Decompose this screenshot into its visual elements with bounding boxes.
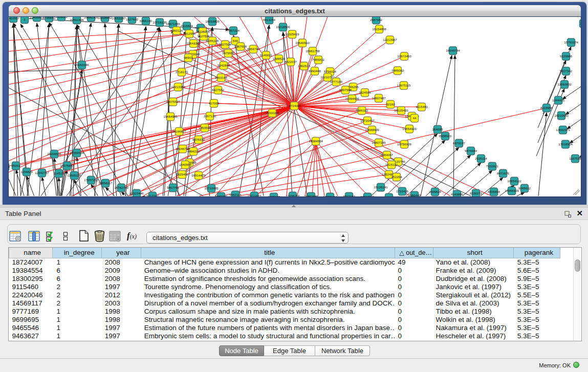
svg-text:16782759: 16782759 xyxy=(114,186,128,189)
svg-text:8186328: 8186328 xyxy=(206,39,219,42)
svg-text:2367608: 2367608 xyxy=(234,45,247,48)
svg-text:25300205: 25300205 xyxy=(265,111,279,115)
svg-text:19166827: 19166827 xyxy=(172,129,186,133)
svg-text:1733426: 1733426 xyxy=(396,189,409,193)
svg-text:2887682: 2887682 xyxy=(370,18,383,21)
svg-text:20813640: 20813640 xyxy=(360,195,375,196)
svg-text:4439167: 4439167 xyxy=(268,195,280,196)
svg-text:4498222: 4498222 xyxy=(187,149,200,153)
svg-text:18640910: 18640910 xyxy=(295,41,310,45)
svg-text:10075527: 10075527 xyxy=(166,100,180,103)
svg-text:7515524: 7515524 xyxy=(181,24,193,28)
svg-text:164095: 164095 xyxy=(432,127,443,131)
svg-text:19218506: 19218506 xyxy=(276,25,290,29)
svg-text:10807487: 10807487 xyxy=(372,96,386,100)
svg-text:6679197: 6679197 xyxy=(453,141,466,145)
svg-text:7625402: 7625402 xyxy=(176,172,189,176)
svg-text:11325419: 11325419 xyxy=(285,32,299,36)
svg-text:13975115: 13975115 xyxy=(397,83,411,87)
svg-text:19654923: 19654923 xyxy=(402,127,417,130)
svg-text:7485063: 7485063 xyxy=(391,69,404,72)
svg-text:15751074: 15751074 xyxy=(564,40,578,44)
svg-text:2803144: 2803144 xyxy=(215,76,228,79)
svg-text:16914479: 16914479 xyxy=(191,173,206,177)
svg-text:12213967: 12213967 xyxy=(383,38,397,41)
svg-text:1839221: 1839221 xyxy=(55,17,68,18)
svg-text:18724007: 18724007 xyxy=(287,104,301,107)
svg-text:16210643: 16210643 xyxy=(554,114,569,117)
svg-text:16154808: 16154808 xyxy=(372,27,386,31)
svg-text:23706266: 23706266 xyxy=(286,194,300,196)
svg-text:16971355: 16971355 xyxy=(166,22,180,26)
svg-text:2718170: 2718170 xyxy=(176,70,188,74)
svg-text:1999828: 1999828 xyxy=(429,190,442,193)
svg-text:16033809: 16033809 xyxy=(205,19,220,23)
svg-text:15136141: 15136141 xyxy=(374,185,388,189)
svg-text:7986322: 7986322 xyxy=(356,108,368,112)
svg-text:8813054: 8813054 xyxy=(263,18,276,21)
svg-text:35061: 35061 xyxy=(11,164,20,167)
svg-text:9245612: 9245612 xyxy=(518,186,531,190)
svg-text:10228452: 10228452 xyxy=(98,17,112,19)
svg-text:7632621: 7632621 xyxy=(486,164,499,168)
svg-text:19654985: 19654985 xyxy=(163,115,178,118)
svg-text:1403557: 1403557 xyxy=(9,17,20,20)
svg-text:20364436: 20364436 xyxy=(345,97,359,100)
svg-text:2: 2 xyxy=(24,17,26,21)
svg-text:8215958: 8215958 xyxy=(540,106,553,110)
svg-text:62160: 62160 xyxy=(386,102,395,106)
svg-text:44: 44 xyxy=(413,116,417,120)
svg-text:1353594: 1353594 xyxy=(199,126,211,129)
svg-text:1112: 1112 xyxy=(580,21,581,25)
svg-text:417006: 417006 xyxy=(209,101,220,105)
svg-text:12213383: 12213383 xyxy=(171,85,185,89)
svg-text:8990448: 8990448 xyxy=(309,69,321,73)
svg-text:39154: 39154 xyxy=(9,165,10,168)
svg-text:8960124: 8960124 xyxy=(170,29,183,32)
svg-text:9217207: 9217207 xyxy=(146,194,159,196)
svg-text:25852685: 25852685 xyxy=(304,194,318,196)
svg-text:8678332: 8678332 xyxy=(192,138,205,141)
svg-text:9327508: 9327508 xyxy=(219,42,232,46)
svg-text:5682115: 5682115 xyxy=(229,193,242,196)
svg-text:1640994: 1640994 xyxy=(179,163,192,166)
svg-text:19384554: 19384554 xyxy=(309,139,323,143)
svg-text:19299464: 19299464 xyxy=(323,195,337,196)
svg-text:8427552: 8427552 xyxy=(212,88,225,92)
svg-text:2935114: 2935114 xyxy=(475,157,487,160)
svg-text:7955812: 7955812 xyxy=(312,58,325,61)
svg-text:16648784: 16648784 xyxy=(446,49,460,52)
svg-text:8938923: 8938923 xyxy=(439,134,452,138)
svg-text:8336273: 8336273 xyxy=(470,191,483,195)
svg-text:25711873: 25711873 xyxy=(247,194,262,196)
svg-text:8912954: 8912954 xyxy=(183,32,196,35)
svg-text:19756928: 19756928 xyxy=(397,142,411,146)
svg-text:1156829: 1156829 xyxy=(20,170,33,173)
svg-text:2066449: 2066449 xyxy=(408,193,421,196)
svg-text:17957253: 17957253 xyxy=(84,178,98,182)
svg-text:16961758: 16961758 xyxy=(306,49,320,53)
svg-text:3624554: 3624554 xyxy=(359,91,372,94)
svg-text:98901: 98901 xyxy=(184,56,193,59)
svg-text:4143890: 4143890 xyxy=(451,192,464,196)
svg-text:3675685: 3675685 xyxy=(222,51,235,55)
svg-text:10653287: 10653287 xyxy=(112,17,126,20)
svg-text:15157347: 15157347 xyxy=(382,195,396,196)
svg-text:9227342: 9227342 xyxy=(560,69,573,73)
svg-text:8806804: 8806804 xyxy=(488,190,500,193)
svg-text:1244415: 1244415 xyxy=(552,98,565,102)
svg-text:9129966: 9129966 xyxy=(560,54,573,58)
svg-text:12093832: 12093832 xyxy=(557,82,572,86)
svg-text:114519: 114519 xyxy=(54,171,64,175)
svg-text:252254: 252254 xyxy=(391,175,402,179)
svg-text:6466140: 6466140 xyxy=(140,19,153,23)
svg-text:17359924: 17359924 xyxy=(70,151,84,155)
svg-text:10973493: 10973493 xyxy=(397,54,411,58)
svg-text:8454749: 8454749 xyxy=(247,47,260,51)
svg-text:1615132: 1615132 xyxy=(385,163,398,166)
svg-text:9084067: 9084067 xyxy=(381,153,394,157)
svg-text:8822037: 8822037 xyxy=(285,60,297,63)
svg-text:9857791: 9857791 xyxy=(167,186,180,189)
svg-text:10719135: 10719135 xyxy=(153,20,167,24)
svg-text:9115460: 9115460 xyxy=(416,105,428,108)
